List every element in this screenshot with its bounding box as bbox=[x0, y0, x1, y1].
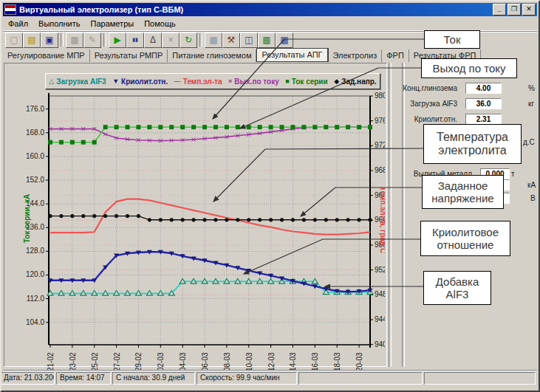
svg-text:104.0: 104.0 bbox=[26, 318, 44, 326]
svg-text:948: 948 bbox=[375, 290, 385, 298]
tools-icon[interactable]: ⚒ bbox=[222, 32, 240, 48]
svg-text:944: 944 bbox=[375, 315, 385, 323]
svg-text:29-02: 29-02 bbox=[134, 352, 143, 371]
svg-text:968: 968 bbox=[375, 166, 385, 174]
close-button[interactable]: ✕ bbox=[522, 4, 536, 16]
toolbar-separator bbox=[61, 33, 64, 47]
svg-text:176.0: 176.0 bbox=[26, 105, 44, 113]
field-unit-0: % bbox=[528, 84, 535, 92]
field-label-1: Загрузка AlF3 bbox=[410, 100, 457, 108]
flask-icon[interactable]: Δ bbox=[144, 32, 162, 48]
svg-text:10-03: 10-03 bbox=[245, 352, 253, 371]
callout-text: Заданное bbox=[438, 179, 488, 192]
svg-text:14-03: 14-03 bbox=[289, 352, 297, 371]
svg-text:23-02: 23-02 bbox=[69, 352, 77, 371]
status-panel-0: Дата: 21.03.200 bbox=[0, 372, 55, 385]
series-Вых.по току bbox=[50, 127, 370, 140]
run-icon[interactable]: ▶ bbox=[109, 32, 126, 48]
menu-bar: ФайлВыполнитьПараметрыПомощь bbox=[3, 17, 537, 31]
right-axis-title: Темп.эл-та, град.С bbox=[379, 187, 385, 253]
svg-text:952: 952 bbox=[375, 266, 385, 274]
field-label-2: Криолит.отн. bbox=[414, 115, 457, 123]
covered-field-unit-0: д.С bbox=[523, 138, 535, 146]
window-icon[interactable]: ◫ bbox=[240, 32, 258, 48]
stop-icon[interactable]: × bbox=[162, 32, 180, 48]
svg-text:168.0: 168.0 bbox=[26, 128, 44, 137]
field-value-0[interactable]: 4.00 bbox=[465, 83, 502, 94]
edit-icon[interactable]: ✎ bbox=[83, 32, 101, 48]
save-icon[interactable]: ▣ bbox=[41, 32, 58, 48]
callout-text: напряжение bbox=[431, 192, 493, 204]
svg-text:112.0: 112.0 bbox=[27, 295, 45, 303]
svg-text:27-02: 27-02 bbox=[113, 352, 121, 371]
svg-text:12-03: 12-03 bbox=[267, 352, 276, 371]
callout-1: Выход по току bbox=[421, 58, 517, 78]
menu-item-2[interactable]: Параметры bbox=[86, 18, 140, 30]
callout-5: ДобавкаAlF3 bbox=[423, 271, 491, 305]
callout-text: AlF3 bbox=[446, 288, 469, 300]
tab-3[interactable]: Результаты АПГ bbox=[256, 48, 328, 62]
status-panel-1: Время: 14:07 bbox=[56, 372, 111, 385]
status-panel-4 bbox=[298, 372, 423, 385]
series-Криолит.отн. bbox=[50, 252, 370, 292]
svg-text:06-03: 06-03 bbox=[201, 352, 209, 371]
new-file-icon[interactable]: ▢ bbox=[5, 32, 23, 48]
tab-2[interactable]: Питание глиноземом bbox=[168, 49, 256, 62]
app-icon bbox=[4, 4, 16, 15]
tab-4[interactable]: Электролиз bbox=[329, 49, 383, 62]
series-Ток серии bbox=[50, 127, 370, 142]
menu-item-1[interactable]: Выполнить bbox=[33, 18, 85, 30]
title-bar[interactable]: Виртуальный электролизер (тип С-ВБМ) _ ❐… bbox=[3, 3, 537, 16]
parameters-panel: Конц.глинозема4.00%Загрузка AlF336.0кгКр… bbox=[404, 63, 537, 367]
calendar-icon[interactable]: ▦ bbox=[276, 32, 293, 48]
callout-0: Ток bbox=[424, 30, 480, 49]
chart: 176.0168.0160.0152.0144.0136.0128.0120.0… bbox=[4, 63, 385, 372]
main-area: △Загрузка AlF3▼Криолит.отн.—Темп.эл-та×В… bbox=[3, 63, 537, 369]
callout-text: Выход по току bbox=[433, 62, 506, 75]
svg-text:976: 976 bbox=[375, 117, 385, 125]
app-window: Виртуальный электролизер (тип С-ВБМ) _ ❐… bbox=[0, 0, 540, 392]
callout-2: Температураэлектролита bbox=[423, 124, 522, 164]
svg-text:128.0: 128.0 bbox=[26, 247, 44, 255]
field-label-0: Конц.глинозема bbox=[403, 84, 457, 92]
svg-text:04-03: 04-03 bbox=[179, 352, 187, 371]
field-unit-3: т bbox=[511, 170, 515, 178]
tab-5[interactable]: ФРП bbox=[382, 49, 409, 62]
svg-text:18-03: 18-03 bbox=[333, 352, 341, 371]
splitter[interactable] bbox=[389, 63, 392, 367]
svg-text:980: 980 bbox=[375, 92, 385, 100]
field-unit-1: кг bbox=[528, 100, 534, 108]
callout-text: Криолитовое bbox=[432, 226, 499, 238]
menu-item-0[interactable]: Файл bbox=[3, 18, 33, 30]
status-bar: Дата: 21.03.200Время: 14:07С начала: 30.… bbox=[3, 370, 537, 385]
table-icon[interactable]: ▦ bbox=[205, 32, 222, 48]
svg-text:940: 940 bbox=[375, 340, 385, 348]
svg-text:21-02: 21-02 bbox=[47, 352, 55, 371]
callout-text: электролита bbox=[438, 144, 506, 157]
open-file-icon[interactable]: ▤ bbox=[23, 32, 41, 48]
pause-icon[interactable]: ▮▮ bbox=[126, 32, 144, 48]
picture-icon[interactable]: ▩ bbox=[258, 32, 276, 48]
refresh-report-icon[interactable]: ↻ bbox=[180, 32, 197, 48]
window-title: Виртуальный электролизер (тип С-ВБМ) bbox=[19, 5, 491, 14]
svg-text:120.0: 120.0 bbox=[26, 270, 44, 278]
status-panel-3: Скорость: 99.9 час/мин bbox=[196, 372, 297, 385]
svg-text:02-03: 02-03 bbox=[157, 352, 165, 371]
minimize-button[interactable]: _ bbox=[493, 4, 506, 16]
svg-text:25-02: 25-02 bbox=[91, 352, 99, 371]
svg-text:20-03: 20-03 bbox=[355, 352, 363, 371]
chart-panel: △Загрузка AlF3▼Криолит.отн.—Темп.эл-та×В… bbox=[4, 63, 387, 367]
left-axis-title: Ток серии, кА bbox=[23, 194, 31, 244]
tab-1[interactable]: Результаты РМПР bbox=[90, 49, 168, 62]
callout-text: Ток bbox=[444, 33, 461, 46]
field-value-1[interactable]: 36.0 bbox=[465, 98, 502, 109]
field-value-2[interactable]: 2.31 bbox=[465, 114, 502, 125]
grid-icon[interactable]: ▦ bbox=[66, 32, 83, 48]
series-Темп.эл-та bbox=[50, 199, 370, 235]
tab-0[interactable]: Регулирование МПР bbox=[3, 49, 90, 62]
toolbar-separator bbox=[103, 33, 106, 47]
restore-button[interactable]: ❐ bbox=[507, 4, 521, 16]
svg-text:152.0: 152.0 bbox=[26, 176, 44, 184]
menu-item-3[interactable]: Помощь bbox=[139, 18, 181, 30]
svg-text:972: 972 bbox=[375, 141, 385, 149]
